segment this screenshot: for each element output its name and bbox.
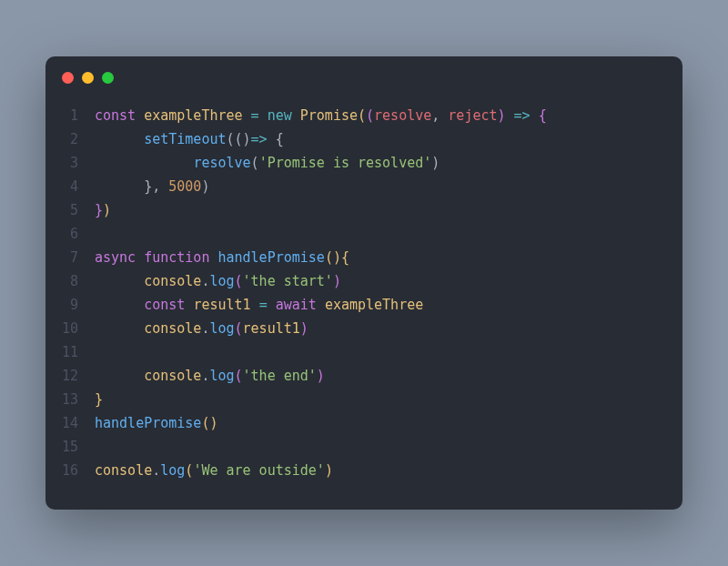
line-number: 8 xyxy=(46,269,95,293)
token: console xyxy=(144,320,201,337)
token: ( xyxy=(235,273,243,289)
code-line[interactable]: 10 console.log(result1) xyxy=(46,317,682,340)
token: const xyxy=(95,107,144,124)
token: , xyxy=(431,107,448,124)
token: 'the start' xyxy=(243,273,333,289)
code-content[interactable]: handlePromise() xyxy=(95,411,682,435)
token: }, xyxy=(95,178,168,195)
token: } xyxy=(95,202,103,218)
code-area[interactable]: 1const exampleThree = new Promise((resol… xyxy=(46,98,682,482)
line-number: 15 xyxy=(46,435,95,459)
code-line[interactable]: 14handlePromise() xyxy=(46,411,682,435)
code-content[interactable] xyxy=(95,340,682,364)
token: ) xyxy=(498,107,506,124)
code-line[interactable]: 9 const result1 = await exampleThree xyxy=(46,293,682,317)
token xyxy=(317,297,325,313)
token: = xyxy=(251,107,259,124)
token: console xyxy=(95,462,152,479)
token: resolve xyxy=(374,107,431,124)
code-content[interactable]: setTimeout(()=> { xyxy=(95,127,682,151)
code-editor-window: 1const exampleThree = new Promise((resol… xyxy=(46,56,682,510)
line-number: 1 xyxy=(46,104,95,127)
token: const xyxy=(144,297,185,313)
token: log xyxy=(209,368,234,384)
code-line[interactable]: 16console.log('We are outside') xyxy=(46,459,682,482)
code-content[interactable] xyxy=(95,222,682,246)
code-content[interactable]: const exampleThree = new Promise((resolv… xyxy=(95,104,682,127)
token: ) xyxy=(325,462,333,479)
token: await xyxy=(276,297,317,313)
token xyxy=(268,297,276,313)
code-line[interactable]: 2 setTimeout(()=> { xyxy=(46,127,682,151)
code-content[interactable]: console.log(result1) xyxy=(95,317,682,340)
token: ( xyxy=(251,155,259,171)
token: new xyxy=(268,107,292,124)
code-content[interactable]: console.log('We are outside') xyxy=(95,459,682,482)
code-content[interactable]: resolve('Promise is resolved') xyxy=(95,151,682,175)
line-number: 9 xyxy=(46,293,95,317)
token: console xyxy=(144,273,201,289)
line-number: 14 xyxy=(46,411,95,435)
token xyxy=(95,131,144,147)
token: exampleThree xyxy=(144,107,242,124)
code-line[interactable]: 13} xyxy=(46,388,682,411)
token: ( xyxy=(366,107,374,124)
token: ) xyxy=(431,155,440,171)
token xyxy=(506,107,514,124)
code-line[interactable]: 11 xyxy=(46,340,682,364)
token: log xyxy=(209,273,234,289)
close-icon[interactable] xyxy=(62,72,74,84)
token: ( xyxy=(235,320,243,337)
token xyxy=(95,155,193,171)
token: } xyxy=(95,391,103,408)
code-line[interactable]: 12 console.log('the end') xyxy=(46,364,682,388)
token: log xyxy=(209,320,234,337)
token: exampleThree xyxy=(325,297,423,313)
token: resolve xyxy=(193,155,250,171)
token: console xyxy=(144,368,201,384)
token xyxy=(136,249,144,266)
token: = xyxy=(259,297,268,313)
code-line[interactable]: 3 resolve('Promise is resolved') xyxy=(46,151,682,175)
code-line[interactable]: 5}) xyxy=(46,198,682,222)
zoom-icon[interactable] xyxy=(102,72,114,84)
code-line[interactable]: 6 xyxy=(46,222,682,246)
token: log xyxy=(160,462,185,479)
code-line[interactable]: 4 }, 5000) xyxy=(46,175,682,198)
token: reject xyxy=(448,107,497,124)
minimize-icon[interactable] xyxy=(82,72,94,84)
token: ) xyxy=(300,320,308,337)
code-content[interactable]: console.log('the end') xyxy=(95,364,682,388)
code-content[interactable]: const result1 = await exampleThree xyxy=(95,293,682,317)
code-content[interactable]: console.log('the start') xyxy=(95,269,682,293)
line-number: 4 xyxy=(46,175,95,198)
code-line[interactable]: 1const exampleThree = new Promise((resol… xyxy=(46,104,682,127)
token: result1 xyxy=(193,297,250,313)
token: 'Promise is resolved' xyxy=(259,155,432,171)
line-number: 5 xyxy=(46,198,95,222)
token: function xyxy=(144,249,209,266)
token: ( xyxy=(358,107,366,124)
line-number: 2 xyxy=(46,127,95,151)
token xyxy=(243,107,251,124)
token: ) xyxy=(317,368,325,384)
line-number: 13 xyxy=(46,388,95,411)
token xyxy=(251,297,259,313)
code-content[interactable]: async function handlePromise(){ xyxy=(95,246,682,269)
token: ) xyxy=(201,178,209,195)
code-content[interactable]: }, 5000) xyxy=(95,175,682,198)
token: { xyxy=(539,107,547,124)
code-content[interactable] xyxy=(95,435,682,459)
code-content[interactable]: } xyxy=(95,388,682,411)
token: () xyxy=(201,415,217,431)
token: result1 xyxy=(243,320,300,337)
code-line[interactable]: 7async function handlePromise(){ xyxy=(46,246,682,269)
code-content[interactable]: }) xyxy=(95,198,682,222)
token: handlePromise xyxy=(217,249,324,266)
window-titlebar xyxy=(46,56,682,98)
code-line[interactable]: 8 console.log('the start') xyxy=(46,269,682,293)
code-line[interactable]: 15 xyxy=(46,435,682,459)
token xyxy=(95,273,144,289)
token: { xyxy=(341,249,349,266)
token xyxy=(95,320,144,337)
